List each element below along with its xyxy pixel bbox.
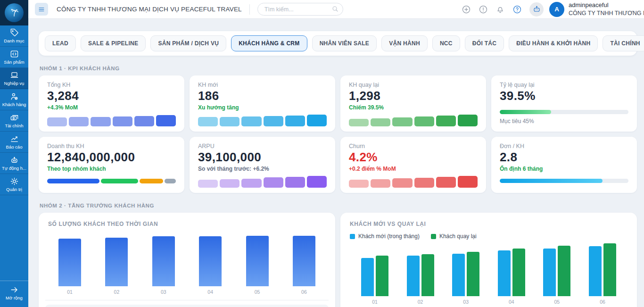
- x-tick-label: 05: [554, 299, 560, 305]
- kpi-card-kh-moi: KH mới 186 Xu hướng tăng: [190, 75, 335, 132]
- hamburger-icon: [38, 6, 45, 13]
- company-title: CÔNG TY TNHH THƯƠNG MẠI DỊCH VỤ PEACEFUL…: [57, 6, 242, 13]
- bell-icon[interactable]: [495, 5, 505, 14]
- progress-fill: [500, 179, 603, 183]
- bar-column: 04: [199, 236, 222, 295]
- search-input[interactable]: [257, 3, 343, 16]
- sidebar-item-nghiep-vu[interactable]: Nghiệp vụ: [0, 68, 28, 89]
- kpi-sparkline: [47, 115, 176, 126]
- sidebar-nav: Danh mục Sản phẩm Nghiệp vụ Khách hàng T…: [0, 25, 28, 195]
- add-icon[interactable]: [462, 5, 471, 14]
- x-tick-label: 06: [600, 299, 605, 305]
- spark-bar: [371, 179, 390, 188]
- kpi-card-don-kh: Đơn / KH 2.8 Ổn định 6 tháng: [491, 137, 637, 193]
- spark-bar: [220, 117, 239, 126]
- assistant-chip[interactable]: [529, 2, 544, 17]
- segment: [140, 179, 163, 183]
- search-box: [257, 3, 343, 16]
- kpi-sub: +0.2 điểm % MoM: [349, 166, 478, 172]
- segment: [165, 179, 176, 183]
- tab-khach-hang-crm[interactable]: KHÁCH HÀNG & CRM: [231, 35, 307, 51]
- tag-icon: [10, 28, 19, 37]
- kpi-sub: Xu hướng tăng: [198, 104, 327, 111]
- kpi-title: Churn: [349, 143, 478, 149]
- kpi-progress: [500, 179, 628, 183]
- sidebar-item-label: Quản trị: [6, 187, 22, 192]
- segment: [101, 179, 138, 183]
- kpi-sub: So với tháng trước: +6.2%: [198, 166, 327, 172]
- khach-moi-bar: [452, 254, 465, 296]
- sidebar: Danh mục Sản phẩm Nghiệp vụ Khách hàng T…: [0, 0, 28, 307]
- alert-icon[interactable]: [479, 5, 488, 14]
- bar-pair: [543, 246, 570, 296]
- x-tick-label: 03: [463, 299, 469, 305]
- app-logo[interactable]: [0, 0, 28, 25]
- sidebar-item-tu-dong-hoa[interactable]: Tự động h...: [0, 153, 28, 174]
- sidebar-item-khach-hang[interactable]: Khách hàng: [0, 89, 28, 110]
- tab-nhan-vien-sale[interactable]: NHÂN VIÊN SALE: [312, 35, 377, 51]
- kpi-value: 186: [198, 89, 327, 103]
- kpi-sub: Ổn định 6 tháng: [500, 166, 628, 172]
- total-kh-bar: [199, 236, 222, 286]
- x-tick-label: 01: [372, 299, 378, 305]
- sidebar-item-quan-tri[interactable]: Quản trị: [0, 174, 28, 195]
- kpi-sparkline: [198, 176, 327, 188]
- bar-column: 05: [246, 236, 269, 295]
- khach-quay-lai-bar: [558, 246, 570, 296]
- tab-san-pham-dich-vu[interactable]: SẢN PHẨM / DỊCH VỤ: [150, 35, 226, 51]
- user-info[interactable]: adminpeaceful CÔNG TY TNHH THƯƠNG MẠI: [569, 1, 644, 17]
- khach-quay-lai-bar: [376, 256, 388, 296]
- spark-bar: [264, 177, 283, 188]
- tab-sale-pipeline[interactable]: SALE & PIPELINE: [81, 35, 146, 51]
- search-icon: [331, 5, 339, 13]
- sidebar-item-label: Báo cáo: [6, 144, 23, 149]
- user-avatar[interactable]: A: [549, 2, 564, 17]
- hamburger-menu-button[interactable]: [35, 3, 48, 16]
- x-tick-label: 05: [255, 289, 260, 295]
- help-icon[interactable]: [512, 5, 522, 14]
- tab-bar: LEAD SALE & PIPELINE SẢN PHẨM / DỊCH VỤ …: [39, 31, 637, 56]
- spark-bar: [307, 115, 327, 126]
- arrow-right-icon: [10, 285, 19, 294]
- chart-legend: Khách mới (trong tháng) Khách quay lại: [347, 233, 630, 240]
- legend-label: Khách mới (trong tháng): [358, 233, 420, 240]
- bar-group: 06: [589, 243, 616, 305]
- total-kh-bar: [152, 236, 175, 286]
- sidebar-item-label: Tự động h...: [2, 166, 26, 171]
- kpi-value: 39.5%: [500, 89, 628, 103]
- sidebar-item-san-pham[interactable]: Sản phẩm: [0, 47, 28, 68]
- kpi-value: 39,100,000: [198, 150, 327, 165]
- spark-bar: [134, 116, 154, 126]
- khach-quay-lai-bar: [603, 243, 616, 296]
- spark-bar: [414, 178, 434, 188]
- spark-bar: [241, 116, 261, 126]
- sidebar-item-label: Tài chính: [5, 123, 23, 128]
- progress-fill: [500, 110, 551, 114]
- bar-pair: [361, 256, 388, 296]
- travel-logo-icon: [5, 3, 24, 22]
- khach-moi-bar: [589, 246, 602, 296]
- tab-ncc[interactable]: NCC: [432, 35, 460, 51]
- spark-bar: [69, 117, 89, 126]
- kpi-card-arpu: ARPU 39,100,000 So với tháng trước: +6.2…: [190, 137, 335, 193]
- sidebar-item-danh-muc[interactable]: Danh mục: [0, 25, 28, 47]
- kpi-title: Tỷ lệ quay lại: [500, 82, 628, 88]
- sidebar-item-bao-cao[interactable]: Báo cáo: [0, 132, 28, 153]
- kpi-sub: Theo top nhóm khách: [47, 166, 176, 172]
- kpi-title: KH quay lại: [349, 82, 478, 88]
- sidebar-item-tai-chinh[interactable]: Tài chính: [0, 110, 28, 132]
- charts-grid: SỐ LƯỢNG KHÁCH THEO THỜI GIAN 0102030405…: [39, 213, 637, 307]
- chart-card-khach-moi-vs-quay-lai: KHÁCH MỚI VS QUAY LẠI Khách mới (trong t…: [340, 213, 637, 307]
- tab-lead[interactable]: LEAD: [45, 35, 76, 51]
- sidebar-expand-button[interactable]: Mở rộng: [0, 281, 28, 304]
- chart-card-so-luong-khach: SỐ LƯỢNG KHÁCH THEO THỜI GIAN 0102030405…: [39, 213, 335, 307]
- total-kh-bar: [58, 239, 81, 286]
- tab-tai-chinh[interactable]: TÀI CHÍNH: [603, 35, 644, 51]
- kpi-title: Đơn / KH: [500, 143, 628, 149]
- tab-dieu-hanh-khoi-hanh[interactable]: ĐIỀU HÀNH & KHỞI HÀNH: [509, 35, 598, 51]
- legend-item-khach-moi: Khách mới (trong tháng): [350, 233, 420, 240]
- legend-label: Khách quay lại: [439, 233, 477, 240]
- kpi-value: 12,840,000,000: [47, 150, 176, 165]
- tab-van-hanh[interactable]: VẬN HÀNH: [381, 35, 428, 51]
- tab-doi-tac[interactable]: ĐỐI TÁC: [465, 35, 504, 51]
